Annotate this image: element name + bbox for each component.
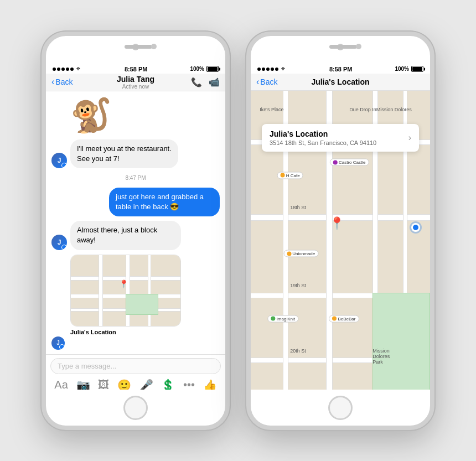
contact-status: Active now: [117, 84, 154, 90]
chat-content: 🐒 J I'll meet you at the restaurant.See …: [46, 91, 225, 354]
map-share-container: 📍 Julia's Location J: [51, 255, 220, 350]
status-bar-1: ᯤ 8:58 PM 100%: [46, 64, 225, 74]
poi-bebebar: BeBeBar: [329, 315, 359, 322]
nav-bar-1: ‹ Back Julia Tang Active now 📞 📹: [46, 74, 225, 91]
avatar-badge-1: [61, 163, 67, 168]
location-card[interactable]: Julia's Location 3514 18th St, San Franc…: [262, 124, 419, 152]
camera-tb-icon[interactable]: 📷: [76, 379, 90, 390]
home-button-2[interactable]: [328, 396, 353, 420]
map-full[interactable]: 17th St 18th St 19th St 20th St Mission …: [251, 91, 430, 390]
speaker-1: [125, 45, 152, 49]
emoji-icon[interactable]: 🙂: [117, 379, 131, 390]
nav-center-2: Julia's Location: [311, 77, 369, 86]
status-time-2: 8:58 PM: [329, 66, 353, 72]
label-mission-dolores: Mission Dolores: [376, 107, 412, 112]
bubble-received-1: I'll meet you at the restaurant.See you …: [70, 139, 178, 168]
map-location-label: Julia's Location: [70, 329, 220, 335]
battery-icon-2: [411, 66, 423, 72]
toolbar-row: Aa 📷 🖼 🙂 🎤 💲 ••• 👍: [50, 377, 221, 390]
battery-label-1: 100%: [190, 66, 204, 72]
back-label-1[interactable]: Back: [55, 77, 73, 86]
mic-icon[interactable]: 🎤: [139, 379, 153, 390]
back-chevron-1: ‹: [51, 77, 54, 87]
msg-row-received-2: J Almost there, just a block away!: [51, 221, 220, 250]
map-thumbnail[interactable]: 📍: [70, 255, 181, 327]
poi-unionmade: Unionmade: [283, 250, 318, 257]
map-pin-thumb: 📍: [119, 279, 128, 288]
back-button-1[interactable]: ‹ Back: [51, 77, 73, 87]
screen-2: ᯤ 8:58 PM 100% ‹ Back Julia's Location: [251, 64, 430, 390]
label-19th: 19th St: [290, 283, 306, 288]
status-icons-2: 100%: [395, 66, 423, 72]
map-page-title: Julia's Location: [311, 77, 369, 86]
avatar-map-row: J: [51, 336, 65, 350]
status-icons-1: 100%: [190, 66, 219, 72]
input-bar: Type a message... Aa 📷 🖼 🙂 🎤 💲 ••• 👍: [46, 354, 225, 390]
gallery-icon[interactable]: 🖼: [98, 379, 109, 389]
location-card-title: Julia's Location: [270, 130, 376, 138]
contact-name[interactable]: Julia Tang: [117, 75, 154, 84]
msg-row-received-1: J I'll meet you at the restaurant.See yo…: [51, 139, 220, 168]
home-button-1[interactable]: [123, 396, 148, 420]
camera-2: [356, 44, 361, 49]
message-input[interactable]: Type a message...: [50, 358, 221, 374]
like-icon[interactable]: 👍: [203, 379, 217, 390]
nav-center-1: Julia Tang Active now: [117, 75, 154, 90]
speaker-2: [329, 45, 357, 49]
location-card-text: Julia's Location 3514 18th St, San Franc…: [270, 130, 376, 146]
avatar-badge-map: [59, 344, 65, 350]
phone-2: ᯤ 8:58 PM 100% ‹ Back Julia's Location: [246, 32, 434, 430]
user-location-dot: [411, 223, 420, 232]
status-bar-2: ᯤ 8:58 PM 100%: [251, 64, 430, 74]
sticker-monkey: 🐒: [70, 96, 220, 135]
phone-1: ᯤ 8:58 PM 100% ‹ Back Julia Tang Active …: [42, 32, 230, 430]
timestamp-1: 8:47 PM: [51, 175, 220, 181]
bubble-sent-1: just got here and grabbed a table in the…: [109, 188, 220, 216]
label-mission-dolores-park: MissionDoloresPark: [372, 348, 390, 365]
map-thumb-bg: 📍: [71, 255, 180, 326]
avatar-badge-2: [61, 245, 67, 250]
payment-icon[interactable]: 💲: [161, 379, 175, 390]
font-icon[interactable]: Aa: [54, 379, 68, 389]
battery-icon-1: [206, 66, 219, 72]
screen-1: ᯤ 8:58 PM 100% ‹ Back Julia Tang Active …: [46, 64, 225, 390]
avatar-julia-1: J: [51, 153, 67, 168]
poi-hcafe: H Cafe: [277, 172, 303, 179]
poi-castro: Castro Castle: [330, 159, 369, 166]
signal-dots: ᯤ: [53, 66, 82, 72]
nav-actions-1: 📞 📹: [191, 77, 220, 87]
label-20th: 20th St: [290, 348, 306, 354]
location-card-chevron-icon[interactable]: ›: [408, 133, 411, 143]
label-due-drop: Due Drop In: [349, 107, 376, 112]
avatar-julia-2: J: [51, 235, 67, 250]
back-button-2[interactable]: ‹ Back: [256, 77, 277, 87]
video-icon[interactable]: 📹: [209, 77, 220, 87]
signal-dots-2: ᯤ: [257, 66, 287, 72]
poi-imagiknit: ImagiKnit: [268, 315, 298, 322]
nav-bar-2: ‹ Back Julia's Location: [251, 74, 430, 91]
label-18th: 18th St: [290, 205, 306, 210]
label-ikes: Ike's Place: [260, 107, 283, 112]
back-label-2[interactable]: Back: [260, 77, 277, 86]
bubble-received-2: Almost there, just a block away!: [70, 221, 181, 250]
back-chevron-2: ‹: [256, 77, 259, 87]
location-pin: 📍: [329, 216, 344, 231]
input-row: Type a message...: [50, 358, 221, 374]
msg-row-sent-1: just got here and grabbed a table in the…: [51, 188, 220, 216]
camera-1: [151, 44, 157, 49]
battery-label-2: 100%: [395, 66, 409, 72]
status-time-1: 8:58 PM: [125, 66, 148, 72]
more-icon[interactable]: •••: [183, 379, 195, 389]
call-icon[interactable]: 📞: [191, 77, 202, 87]
location-card-address: 3514 18th St, San Francisco, CA 94110: [270, 139, 376, 146]
park-dolores: [372, 293, 430, 390]
